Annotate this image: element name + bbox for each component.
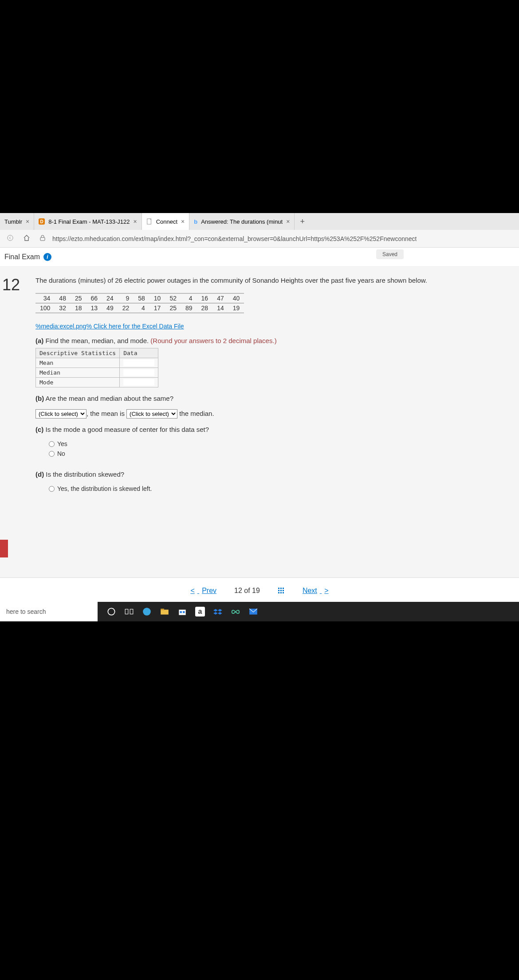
part-a: (a) Find the mean, median, and mode. (Ro… (35, 337, 506, 387)
next-button[interactable]: Next > (303, 587, 329, 595)
stats-table: Descriptive StatisticsData Mean Median M… (35, 348, 158, 387)
bartleby-icon: b (194, 218, 197, 225)
svg-rect-10 (280, 592, 282, 593)
address-bar: https://ezto.mheducation.com/ext/map/ind… (0, 230, 519, 248)
svg-rect-11 (283, 592, 284, 593)
tab-tumblr[interactable]: Tumblr × (0, 213, 34, 230)
tab-label: Tumblr (4, 218, 22, 225)
tab-connect[interactable]: Connect × (142, 213, 190, 230)
part-d: (d) Is the distribution skewed? (35, 470, 506, 478)
page-count: 12 of 19 (234, 587, 260, 595)
mail-icon[interactable] (248, 607, 258, 616)
cortana-icon[interactable] (106, 607, 116, 616)
new-tab-button[interactable]: + (295, 217, 310, 226)
close-icon[interactable]: × (286, 218, 290, 225)
svg-rect-7 (280, 590, 282, 591)
close-icon[interactable]: × (26, 218, 29, 225)
home-icon[interactable] (20, 234, 33, 243)
page-icon (146, 218, 153, 225)
browser-tabs: Tumblr × D 8-1 Final Exam - MAT-133-J122… (0, 213, 519, 230)
saved-badge: Saved (376, 249, 404, 259)
radio-no[interactable] (49, 451, 55, 457)
explorer-icon[interactable] (160, 607, 169, 616)
svg-rect-3 (278, 588, 279, 589)
tab-answered[interactable]: b Answered: The durations (minut × (189, 213, 295, 230)
amazon-icon[interactable]: a (195, 607, 205, 616)
exam-header: Final Exam i Saved (0, 248, 519, 267)
tab-label: 8-1 Final Exam - MAT-133-J122 (48, 218, 130, 225)
info-icon[interactable]: i (43, 253, 51, 261)
svg-rect-17 (161, 609, 164, 610)
svg-point-1 (8, 235, 13, 241)
svg-rect-16 (161, 610, 169, 615)
brightspace-icon: D (39, 218, 45, 225)
tab-label: Connect (156, 218, 177, 225)
svg-rect-13 (125, 609, 128, 614)
prev-button[interactable]: < Prev (190, 587, 216, 595)
radio-skew-left[interactable] (49, 486, 55, 492)
question-number: 12 (0, 276, 20, 294)
svg-rect-19 (180, 611, 182, 613)
part-b-answer: (Click to select), the mean is (Click to… (35, 409, 506, 419)
tab-label: Answered: The durations (minut (201, 218, 283, 225)
question-area: 12 The durations (minutes) of 26 electri… (0, 267, 519, 577)
mode-input[interactable] (123, 379, 154, 386)
taskview-icon[interactable] (124, 607, 134, 616)
svg-rect-2 (40, 237, 45, 241)
svg-rect-8 (283, 590, 284, 591)
select-2[interactable]: (Click to select) (126, 409, 177, 419)
close-icon[interactable]: × (133, 218, 137, 225)
part-b: (b) Are the mean and median about the sa… (35, 395, 506, 402)
lock-icon (37, 235, 48, 242)
url-text[interactable]: https://ezto.mheducation.com/ext/map/ind… (52, 235, 417, 242)
exam-title: Final Exam (4, 253, 40, 261)
grid-icon[interactable] (278, 587, 285, 594)
svg-point-15 (143, 608, 151, 616)
side-widget[interactable] (0, 540, 8, 557)
svg-rect-9 (278, 592, 279, 593)
excel-link[interactable]: %media:excel.png% Click here for the Exc… (35, 323, 184, 330)
taskbar-search[interactable]: here to search (0, 602, 98, 621)
dropbox-icon[interactable] (213, 607, 223, 616)
radio-yes[interactable] (49, 441, 55, 447)
taskbar: here to search a (0, 602, 519, 621)
edge-icon[interactable] (142, 607, 152, 616)
part-c: (c) Is the mode a good measure of center… (35, 426, 506, 433)
store-icon[interactable] (177, 607, 187, 616)
mean-input[interactable] (123, 360, 154, 366)
infinity-icon[interactable] (231, 607, 240, 616)
back-icon[interactable] (4, 235, 16, 242)
svg-rect-14 (130, 609, 133, 614)
svg-rect-20 (183, 611, 185, 613)
svg-point-12 (108, 608, 114, 615)
svg-rect-5 (283, 588, 284, 589)
select-1[interactable]: (Click to select) (35, 409, 86, 419)
svg-rect-6 (278, 590, 279, 591)
tab-exam[interactable]: D 8-1 Final Exam - MAT-133-J122 × (34, 213, 142, 230)
question-intro: The durations (minutes) of 26 electric p… (35, 276, 506, 285)
paging-bar: < Prev 12 of 19 Next > (0, 577, 519, 602)
median-input[interactable] (123, 369, 154, 376)
svg-rect-4 (280, 588, 282, 589)
close-icon[interactable]: × (181, 218, 185, 225)
data-table: 3448256624958105241647401003218134922417… (35, 293, 506, 313)
